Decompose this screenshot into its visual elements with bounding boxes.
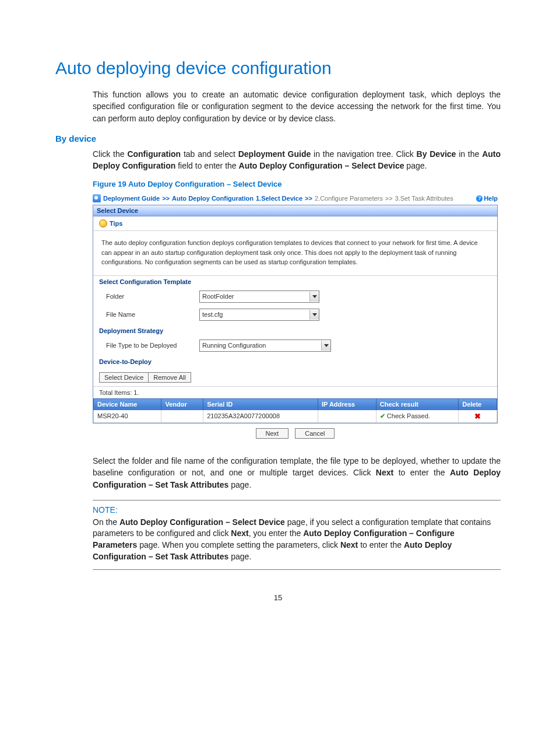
figure-caption: Figure 19 Auto Deploy Configuration – Se… [93,180,501,188]
panel-title: Select Device [93,205,497,216]
device-table: Device Name Vendor Serial ID IP Address … [93,398,497,423]
cell-check-result: ✔Check Passed. [376,410,458,422]
col-ip-address[interactable]: IP Address [318,398,376,410]
note-text: On the Auto Deploy Configuration – Selec… [93,517,501,562]
cell-delete[interactable]: ✖ [459,410,497,422]
delete-icon: ✖ [474,412,481,421]
intro-text: This function allows you to create an au… [93,89,501,124]
filetype-select[interactable]: Running Configuration [199,340,331,352]
note-box: NOTE: On the Auto Deploy Configuration –… [93,500,501,570]
template-section-header: Select Configuration Template [93,275,497,289]
deployment-guide-icon [93,194,101,202]
col-check-result[interactable]: Check result [376,398,458,410]
lightbulb-icon [99,219,107,228]
page-title: Auto deploying device configuration [55,58,501,78]
filename-select[interactable]: test.cfg [199,309,319,321]
col-device-name[interactable]: Device Name [94,398,161,410]
next-button[interactable]: Next [256,428,289,439]
cell-serial-id: 210235A32A0077200008 [203,410,318,422]
tips-label: Tips [110,220,122,227]
cancel-button[interactable]: Cancel [295,428,335,439]
paragraph-2: Select the folder and file name of the c… [93,455,501,491]
crumb-step-2: 2.Configure Parameters [315,195,383,202]
crumb-step-3: 3.Set Task Attributes [395,195,453,202]
device-section-header: Device-to-Deploy [93,356,497,369]
select-device-panel: Select Device Tips The auto deploy confi… [93,205,498,424]
crumb-step-1[interactable]: 1.Select Device [256,195,302,202]
remove-all-button[interactable]: Remove All [149,372,191,383]
check-icon: ✔ [380,412,385,419]
cell-device-name: MSR20-40 [94,410,161,422]
filetype-label: File Type to be Deployed [106,342,199,349]
breadcrumb: Deployment Guide >> Auto Deploy Configur… [93,193,498,205]
crumb-auto-deploy[interactable]: Auto Deploy Configuration [172,195,254,202]
page-number: 15 [55,593,501,602]
section-by-device: By device [55,134,501,144]
col-vendor[interactable]: Vendor [161,398,203,410]
paragraph-1: Click the Configuration tab and select D… [93,148,501,172]
table-row[interactable]: MSR20-40 210235A32A0077200008 ✔Check Pas… [94,410,497,422]
chevron-down-icon [309,292,319,302]
filename-label: File Name [106,311,199,318]
chevron-down-icon [309,310,319,320]
tips-text: The auto deploy configuration function d… [93,231,497,275]
note-label: NOTE: [93,505,501,514]
select-device-button[interactable]: Select Device [99,372,149,383]
folder-select[interactable]: RootFolder [199,290,319,303]
tips-header[interactable]: Tips [93,216,497,231]
help-icon: ? [476,195,483,202]
crumb-deployment-guide[interactable]: Deployment Guide [103,195,160,202]
total-items-text: Total Items: 1. [93,386,497,398]
strategy-section-header: Deployment Strategy [93,325,497,338]
figure-screenshot: Deployment Guide >> Auto Deploy Configur… [93,193,498,443]
folder-label: Folder [106,293,199,300]
chevron-down-icon [321,341,330,351]
cell-vendor [161,410,203,422]
col-serial-id[interactable]: Serial ID [203,398,318,410]
col-delete: Delete [459,398,497,410]
cell-ip [318,410,376,422]
help-link[interactable]: ? Help [476,195,498,202]
